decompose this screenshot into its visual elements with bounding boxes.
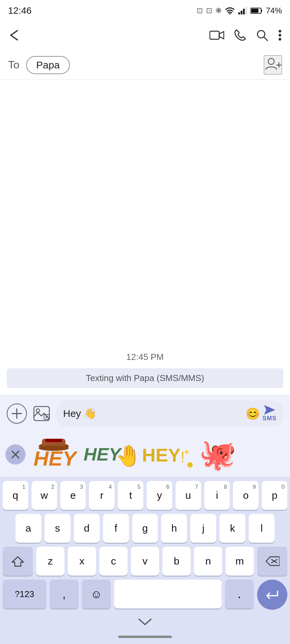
key-h[interactable]: h (161, 514, 187, 543)
key-g[interactable]: g (132, 514, 158, 543)
phone-call-button[interactable] (234, 29, 246, 42)
sticker-hey-exclaim[interactable]: HEY ! ✦ (140, 435, 194, 474)
status-time: 12:46 (8, 5, 32, 16)
texting-info-banner: Texting with Papa (SMS/MMS) (7, 368, 283, 388)
key-p[interactable]: p0 (262, 481, 287, 510)
svg-rect-6 (261, 10, 262, 12)
app-bar-right (209, 29, 282, 42)
battery-percentage: 74% (266, 6, 282, 15)
keyboard-row-1: q1 w2 e3 r4 t5 y6 u7 i8 o9 p0 (3, 481, 287, 510)
key-a[interactable]: a (15, 514, 41, 543)
key-y[interactable]: y6 (147, 481, 172, 510)
message-area: 12:45 PM Texting with Papa (SMS/MMS) (0, 80, 290, 395)
key-r[interactable]: r4 (89, 481, 114, 510)
svg-point-36 (187, 462, 193, 468)
key-s[interactable]: s (45, 514, 70, 543)
key-z[interactable]: z (36, 547, 64, 576)
svg-text:HEY: HEY (34, 447, 77, 470)
app-bar (0, 20, 290, 50)
back-button[interactable] (8, 29, 21, 41)
space-key[interactable] (114, 580, 222, 608)
sticker-hey-cowboy[interactable]: HEY (30, 435, 77, 474)
video-call-button[interactable] (209, 30, 224, 41)
gallery-button[interactable] (32, 404, 52, 424)
add-contact-button[interactable] (264, 55, 282, 74)
key-j[interactable]: j (190, 514, 216, 543)
period-key[interactable]: . (225, 580, 254, 608)
comma-key[interactable]: , (50, 580, 79, 608)
shift-key[interactable] (3, 547, 33, 576)
key-e[interactable]: e3 (60, 481, 86, 510)
svg-rect-2 (241, 11, 242, 14)
svg-point-14 (268, 58, 274, 64)
send-label: SMS (262, 415, 277, 422)
battery-icon (250, 7, 262, 14)
octopus-emoji[interactable]: 🐙 (199, 439, 236, 470)
key-x[interactable]: x (68, 547, 96, 576)
svg-rect-8 (210, 31, 219, 39)
key-l[interactable]: l (249, 514, 275, 543)
message-timestamp: 12:45 PM (126, 352, 163, 362)
key-d[interactable]: d (74, 514, 100, 543)
svg-text:✦: ✦ (183, 447, 190, 457)
key-b[interactable]: b (162, 547, 191, 576)
svg-line-10 (264, 37, 268, 41)
keyboard-row-2: a s d f g h j k l (3, 514, 287, 543)
app-bar-left (8, 29, 21, 41)
to-field: To Papa (0, 50, 290, 80)
signal-icon (238, 7, 247, 14)
to-contact-chip[interactable]: Papa (26, 56, 70, 74)
key-w[interactable]: w2 (32, 481, 57, 510)
svg-text:HEY: HEY (142, 444, 181, 466)
delete-key[interactable] (257, 547, 287, 576)
key-n[interactable]: n (194, 547, 222, 576)
key-c[interactable]: c (99, 547, 128, 576)
home-bar (118, 636, 172, 638)
message-input[interactable]: Hey 👋 (63, 408, 246, 419)
svg-rect-7 (251, 9, 258, 13)
input-area: Hey 👋 😊 SMS (0, 395, 290, 432)
keyboard: q1 w2 e3 r4 t5 y6 u7 i8 o9 p0 a s d f g … (0, 477, 290, 644)
key-m[interactable]: m (226, 547, 254, 576)
svg-point-20 (36, 409, 40, 412)
sticker-hey-hand[interactable]: HEY 🤚 (82, 435, 136, 474)
notification-icon-1: ⊡ (197, 6, 203, 15)
numbers-key[interactable]: ?123 (3, 580, 46, 608)
emoji-keyboard-button[interactable]: ☺ (82, 580, 111, 608)
svg-point-11 (279, 30, 281, 33)
search-button[interactable] (256, 29, 269, 42)
keyboard-collapse-row (3, 614, 287, 632)
key-t[interactable]: t5 (118, 481, 143, 510)
send-button[interactable]: SMS (262, 405, 277, 422)
key-k[interactable]: k (220, 514, 245, 543)
key-q[interactable]: q1 (3, 481, 28, 510)
add-attachment-button[interactable] (7, 404, 27, 424)
svg-rect-4 (245, 7, 247, 14)
home-indicator (3, 632, 287, 644)
sticker-octopus[interactable]: 🐙 (199, 439, 236, 470)
emoji-button[interactable]: 😊 (246, 407, 260, 420)
to-label: To (8, 59, 19, 71)
svg-rect-29 (45, 439, 62, 442)
key-i[interactable]: i8 (204, 481, 230, 510)
wifi-icon (225, 7, 235, 14)
key-o[interactable]: o9 (233, 481, 258, 510)
status-bar: 12:46 ⊡ ⊡ ❋ 74% (0, 0, 290, 20)
key-v[interactable]: v (131, 547, 159, 576)
svg-rect-19 (34, 407, 49, 421)
keyboard-row-3: z x c v b n m (3, 547, 287, 576)
svg-rect-1 (238, 12, 240, 14)
notification-icon-2: ⊡ (206, 6, 212, 15)
svg-text:🤚: 🤚 (115, 443, 136, 468)
notification-icon-3: ❋ (215, 6, 222, 15)
svg-marker-38 (12, 557, 23, 566)
message-input-wrap: Hey 👋 😊 SMS (56, 400, 283, 427)
collapse-keyboard-button[interactable] (138, 617, 152, 628)
more-options-button[interactable] (278, 29, 282, 41)
close-stickers-button[interactable] (5, 444, 26, 465)
key-f[interactable]: f (103, 514, 129, 543)
enter-key[interactable] (257, 580, 287, 610)
key-u[interactable]: u7 (176, 481, 201, 510)
sticker-suggestions-row: HEY HEY 🤚 HEY ! ✦ 🐙 (0, 432, 290, 477)
status-icons: ⊡ ⊡ ❋ 74% (197, 6, 282, 15)
